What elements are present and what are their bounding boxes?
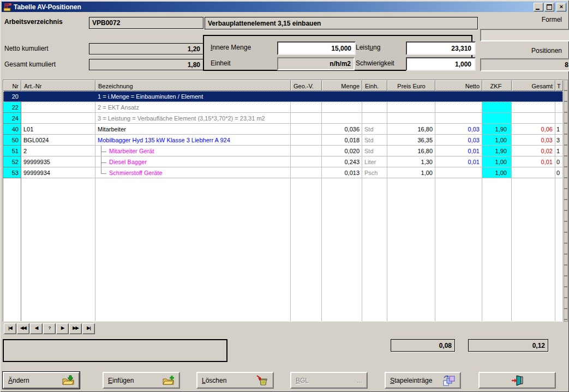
nav-help-button[interactable]: ? [43, 323, 56, 334]
einfuegen-button[interactable]: Einfügen [103, 372, 180, 389]
table-scrollbar[interactable] [564, 80, 568, 322]
loeschen-button[interactable]: Löschen [196, 372, 274, 389]
table-row[interactable]: 51 2 Mitarbeiter Gerät 0,020 Std 16,80 0… [3, 146, 563, 156]
maximize-icon [547, 4, 552, 10]
title-bar[interactable]: Tabelle AV-Positionen × [2, 2, 567, 12]
einheit-field: n/h/m2 [277, 57, 355, 70]
arbeitsverzeichnis-field: VPB0072 [89, 17, 203, 29]
tree-branch-icon [100, 146, 109, 156]
app-icon [3, 3, 12, 11]
col-header-menge[interactable]: Menge [322, 80, 362, 91]
nav-fast-prev-button[interactable]: ◀◀ [17, 323, 29, 334]
stack-icon [442, 375, 456, 387]
positionen-field: 8 [480, 58, 569, 71]
netto-total-field: 0,08 [391, 339, 455, 352]
col-header-art-nr[interactable]: Art.-Nr [21, 80, 95, 91]
innere-menge-input[interactable]: 15,000 [277, 41, 356, 55]
table-row[interactable]: 22 2 = EKT Ansatz [3, 102, 563, 113]
innere-menge-label: Innere Menge [211, 44, 251, 51]
minimize-button[interactable] [534, 3, 543, 11]
tree-branch-end-icon [100, 168, 109, 178]
formel-label: Formel [507, 16, 562, 23]
stapeleintraege-button[interactable]: Stapeleinträge [385, 372, 461, 389]
nav-prev-button[interactable]: ◀ [30, 323, 43, 334]
col-header-netto[interactable]: Netto [435, 80, 482, 91]
aendern-button[interactable]: Ändern [3, 372, 80, 389]
einheit-label: Einheit [211, 59, 231, 67]
table-row[interactable]: 52 99999935 Diesel Bagger 0,243 Liter 1,… [3, 156, 563, 167]
col-header-zkf[interactable]: ZKF [482, 80, 512, 91]
leistung-input[interactable]: 23,310 [406, 41, 476, 55]
col-header-bezeichnung[interactable]: Bezeichnung [95, 80, 291, 91]
arbeitsverzeichnis-label: Arbeitsverzeichnis [4, 18, 63, 26]
positions-table: Nr Art.-Nr Bezeichnung Geo.-V. Menge Ein… [3, 80, 564, 322]
folder-add-icon [163, 375, 175, 386]
formel-field[interactable] [480, 29, 569, 41]
col-header-gesamt[interactable]: Gesamt [512, 80, 555, 91]
netto-kumuliert-field: 1,20 [89, 43, 203, 55]
col-header-nr[interactable]: Nr [3, 80, 21, 91]
nav-next-button[interactable]: ▶ [56, 323, 69, 334]
nav-last-button[interactable]: ▶| [82, 323, 95, 334]
app-window: Tabelle AV-Positionen × Arbeitsverzeichn… [0, 0, 569, 392]
col-header-geo-v[interactable]: Geo.-V. [291, 80, 322, 91]
minimize-icon [536, 9, 540, 10]
exit-door-icon [511, 375, 524, 387]
folder-save-icon [62, 375, 74, 386]
table-header: Nr Art.-Nr Bezeichnung Geo.-V. Menge Ein… [3, 80, 563, 91]
window-title: Tabelle AV-Positionen [14, 3, 532, 11]
netto-kumuliert-label: Netto kumuliert [4, 45, 49, 52]
gesamt-total-field: 0,12 [468, 339, 548, 352]
schwierigkeit-input[interactable]: 1,000 [406, 57, 476, 71]
status-box [3, 339, 227, 362]
nav-first-button[interactable]: |◀ [4, 323, 16, 334]
beschreibung-field: Verbauplattenelement 3,15 einbauen [205, 17, 478, 29]
maximize-button[interactable] [544, 3, 554, 11]
bgl-button[interactable]: BGL ... [290, 372, 368, 389]
table-row[interactable]: 24 3 = Leistung = Verbaufläche Element (… [3, 113, 563, 124]
gesamt-kumuliert-field: 1,80 [89, 59, 203, 70]
table-row[interactable]: 53 99999934 Schmierstoff Geräte 0,013 Ps… [3, 167, 563, 178]
close-icon: × [560, 4, 563, 10]
gesamt-kumuliert-label: Gesamt kumuliert [4, 61, 56, 68]
leistung-label: Leistung [356, 44, 380, 51]
trash-icon [256, 375, 268, 386]
close-button[interactable]: × [556, 3, 566, 11]
col-header-t[interactable]: T [555, 80, 563, 91]
nav-fast-next-button[interactable]: ▶▶ [69, 323, 82, 334]
table-row[interactable]: 40 L01 Mitarbeiter 0,036 Std 16,80 0,03 … [3, 124, 563, 135]
col-header-preis-euro[interactable]: Preis Euro [387, 80, 435, 91]
table-empty-area [3, 178, 563, 321]
tree-branch-icon [100, 157, 109, 167]
table-row[interactable]: 50 BGL0024 Mobilbagger Hyd 135 kW Klasse… [3, 135, 563, 146]
col-header-einh[interactable]: Einh. [362, 80, 387, 91]
positionen-label: Positionen [502, 47, 562, 55]
exit-button[interactable] [478, 372, 556, 389]
schwierigkeit-label: Schwierigkeit [356, 59, 394, 67]
record-navigation: |◀ ◀◀ ◀ ? ▶ ▶▶ ▶| [4, 323, 95, 334]
table-row[interactable]: 20 1 = i.Menge = Einbauminuten / Element [3, 91, 563, 102]
